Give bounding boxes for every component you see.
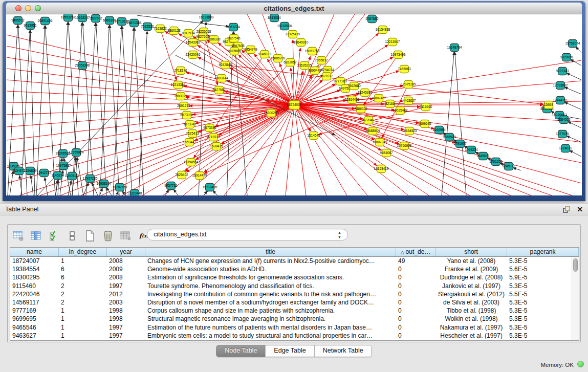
graph-node-yellow[interactable]: 8673396 — [180, 112, 193, 119]
table-cell-out_degree[interactable]: 0 — [396, 282, 435, 290]
graph-node-teal[interactable]: 12093832 — [553, 82, 568, 90]
table-row[interactable]: 969969511998Structural magnetic resonanc… — [10, 315, 579, 323]
table-row[interactable]: 946554611997Estimation of the future num… — [10, 323, 579, 332]
table-cell-out_degree[interactable]: 0 — [396, 298, 435, 307]
graph-node-yellow[interactable]: 15958 — [544, 101, 553, 109]
table-cell-in_degree[interactable]: 1 — [59, 307, 107, 315]
table-cell-year[interactable]: 1998 — [107, 315, 145, 323]
table-cell-title[interactable]: Estimation of the future numbers of pati… — [145, 323, 396, 332]
column-header-pagerank[interactable]: pagerank — [507, 248, 579, 256]
table-cell-name[interactable]: 9463627 — [10, 332, 59, 340]
table-cell-in_degree[interactable]: 1 — [59, 257, 107, 265]
table-cell-out_degree[interactable]: 0 — [396, 315, 435, 323]
graph-node-yellow[interactable]: 7462660 — [347, 82, 361, 90]
graph-node-teal[interactable]: 9845071 — [476, 152, 490, 160]
graph-node-yellow[interactable]: 1514545 — [307, 132, 320, 140]
graph-node-teal[interactable]: 9245012 — [502, 163, 515, 170]
table-cell-title[interactable]: Disruption of a novel member of a sodium… — [145, 298, 396, 307]
table-cell-year[interactable]: 2003 — [107, 298, 145, 307]
table-cell-pagerank[interactable]: 5.3E-5 — [507, 323, 579, 332]
graph-node-teal[interactable]: 10653247 — [75, 14, 90, 22]
table-cell-name[interactable]: 18724007 — [10, 257, 59, 265]
tab-node-table[interactable]: Node Table — [216, 345, 266, 357]
table-cell-out_degree[interactable]: 0 — [396, 290, 435, 298]
table-cell-short[interactable]: Jankovic et al. (1997) — [435, 282, 507, 290]
tab-network-table[interactable]: Network Table — [315, 345, 372, 357]
table-cell-title[interactable]: Tourette syndrome. Phenomenology and cla… — [145, 282, 396, 290]
table-cell-title[interactable]: Genome-wide association studies in ADHD. — [145, 265, 396, 273]
table-cell-pagerank[interactable]: 5.3E-5 — [507, 307, 579, 315]
table-cell-name[interactable]: 9777169 — [10, 307, 59, 315]
table-cell-in_degree[interactable]: 1 — [59, 332, 107, 340]
table-cell-title[interactable]: Corpus callosum shape and size in male p… — [145, 307, 396, 315]
table-row[interactable]: 2242004622012Investigating the contribut… — [10, 290, 579, 298]
table-cell-pagerank[interactable]: 5.6E-5 — [507, 265, 579, 273]
table-cell-in_degree[interactable]: 1 — [59, 323, 107, 332]
table-cell-title[interactable]: Changes of HCN gene expression and I(f) … — [145, 257, 396, 265]
graph-node-teal[interactable]: 9405572 — [11, 17, 25, 25]
graph-node-teal[interactable]: 11942737 — [37, 169, 52, 177]
table-cell-in_degree[interactable]: 2 — [59, 298, 107, 307]
table-cell-year[interactable]: 2009 — [107, 265, 145, 273]
graph-node-yellow[interactable]: 13626215 — [297, 62, 312, 70]
table-row[interactable]: 1830029562008Estimation of significance … — [10, 273, 579, 281]
graph-node-teal[interactable]: 12323448 — [127, 190, 142, 196]
graph-node-teal[interactable]: 12444151 — [553, 97, 568, 104]
column-header-title[interactable]: title — [145, 248, 396, 256]
table-cell-year[interactable]: 2012 — [107, 290, 145, 298]
graph-node-yellow[interactable]: 12325419 — [286, 31, 300, 38]
table-selector-dropdown[interactable]: citations_edges.txt ▲▼ — [147, 229, 348, 240]
table-row[interactable]: 1456911722003Disruption of a novel membe… — [10, 298, 579, 307]
table-cell-pagerank[interactable]: 5.3E-5 — [507, 298, 579, 307]
close-icon[interactable]: ✕ — [577, 205, 583, 213]
graph-node-teal[interactable]: 8813054 — [268, 14, 281, 22]
graph-node-hub[interactable]: 18724007 — [287, 101, 302, 110]
table-row[interactable]: 911546021997Tourette syndrome. Phenomeno… — [10, 282, 579, 290]
table-cell-pagerank[interactable]: 5.3E-5 — [507, 257, 579, 265]
table-row[interactable]: 977716911998Corpus callosum shape and si… — [10, 307, 579, 315]
graph-node-teal[interactable]: 1156809 — [24, 167, 37, 175]
graph-node-teal[interactable]: 7515526 — [141, 23, 154, 31]
graph-node-teal[interactable]: 1640954 — [432, 126, 446, 134]
graph-node-teal[interactable]: 15718485 — [203, 184, 217, 191]
graph-node-yellow[interactable]: 2718176 — [174, 67, 187, 75]
graph-node-teal[interactable]: 20891406 — [38, 17, 53, 25]
table-cell-name[interactable]: 18300295 — [10, 273, 59, 281]
graph-node-yellow[interactable]: 9777169 — [334, 78, 347, 85]
graph-node-teal[interactable]: 15751074 — [565, 40, 580, 48]
table-columns-icon[interactable] — [30, 229, 43, 243]
table-cell-short[interactable]: Hescheler et al. (1997) — [435, 332, 507, 340]
graph-node-yellow[interactable]: 1638435 — [210, 143, 223, 150]
table-cell-title[interactable]: Embryonic stem cells: a model to study s… — [145, 332, 396, 340]
graph-node-yellow[interactable]: 8990448 — [308, 67, 321, 75]
graph-node-teal[interactable]: 19218506 — [277, 23, 292, 30]
column-header-out_degree[interactable]: △out_de… — [396, 248, 435, 256]
table-cell-in_degree[interactable]: 2 — [59, 290, 107, 298]
graph-node-teal[interactable]: 8357224 — [227, 24, 240, 31]
table-cell-out_degree[interactable]: 49 — [396, 257, 435, 265]
column-header-name[interactable]: name — [10, 248, 59, 256]
graph-node-yellow[interactable]: 16914479 — [192, 172, 207, 180]
scrollbar-thumb[interactable] — [573, 258, 578, 272]
graph-node-yellow[interactable]: 7625402 — [175, 171, 188, 179]
table-cell-year[interactable]: 1997 — [107, 282, 145, 290]
table-cell-year[interactable]: 2008 — [107, 273, 145, 281]
graph-node-yellow[interactable]: 9242848 — [219, 61, 232, 69]
table-cell-out_degree[interactable]: 0 — [396, 273, 435, 281]
table-cell-short[interactable]: Franke et al. (2009) — [435, 265, 507, 273]
graph-node-yellow[interactable]: 10688809 — [365, 127, 380, 135]
column-header-year[interactable]: year — [107, 248, 145, 256]
graph-node-teal[interactable]: 16782759 — [113, 184, 127, 191]
table-cell-name[interactable]: 9699695 — [10, 315, 59, 323]
graph-node-yellow[interactable]: 12213967 — [385, 38, 400, 46]
table-row[interactable]: 1938455462009Genome-wide association stu… — [10, 265, 579, 273]
table-cell-year[interactable]: 1998 — [107, 307, 145, 315]
table-row[interactable]: 946362711997Embryonic stem cells: a mode… — [10, 332, 579, 340]
table-cell-short[interactable]: Dudbridge et al. (2008) — [435, 273, 507, 281]
graph-node-teal[interactable]: 2087682 — [365, 15, 379, 23]
graph-node-yellow[interactable]: 7485063 — [398, 65, 411, 73]
table-cell-name[interactable]: 9465546 — [10, 323, 59, 332]
graph-node-teal[interactable]: 9457791 — [164, 182, 178, 190]
table-cell-out_degree[interactable]: 0 — [396, 265, 435, 273]
graph-node-yellow[interactable]: 16154838 — [376, 26, 390, 34]
